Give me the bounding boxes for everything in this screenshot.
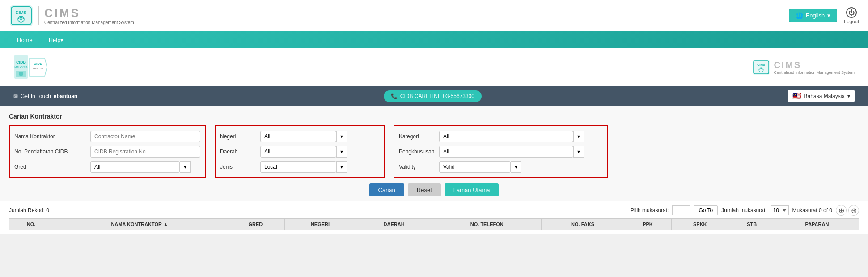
cidb-registration-input[interactable] bbox=[90, 146, 200, 158]
results-table: NO. NAMA KONTRAKTOR ▲ GRED NEGERI DAERAH… bbox=[9, 218, 859, 230]
careline-button[interactable]: 📞 CIDB CARELINE 03-55673300 bbox=[384, 90, 482, 102]
page-of-label: Mukasurat 0 of 0 bbox=[792, 207, 832, 213]
cims-subtitle: Centralized Information Management Syste… bbox=[44, 20, 134, 25]
pengkhususan-select-group: All ▾ bbox=[439, 146, 584, 158]
page-select-label: Pilih mukasurat: bbox=[631, 207, 669, 213]
validity-row: Validity Valid ▾ bbox=[399, 161, 603, 173]
per-page-select[interactable]: 10 25 50 bbox=[771, 205, 789, 215]
language-label: English bbox=[806, 12, 825, 19]
col-daerah: DAERAH bbox=[356, 219, 432, 230]
nav-help[interactable]: Help▾ bbox=[41, 33, 72, 47]
col-gred: GRED bbox=[226, 219, 285, 230]
form-group-right: Kategori All ▾ Pengkhususan All ▾ bbox=[394, 125, 608, 178]
language-selector[interactable]: 🇲🇾 Bahasa Malaysia ▾ bbox=[788, 90, 855, 102]
bahasa-label: Bahasa Malaysia bbox=[804, 93, 845, 99]
validity-label: Validity bbox=[399, 164, 435, 170]
jenis-select-group: Local ▾ bbox=[260, 161, 347, 173]
pengkhususan-dropdown-btn[interactable]: ▾ bbox=[573, 146, 584, 158]
cidb-right-logo: CIMS CIMS Centralized Information Manage… bbox=[752, 60, 855, 75]
daerah-dropdown-btn[interactable]: ▾ bbox=[336, 146, 347, 158]
nav-home-label: Home bbox=[17, 37, 33, 43]
kategori-select[interactable]: All bbox=[439, 131, 573, 142]
nav-help-label: Help▾ bbox=[49, 37, 64, 43]
negeri-row: Negeri All ▾ bbox=[220, 131, 379, 142]
daerah-row: Daerah All ▾ bbox=[220, 146, 379, 158]
nama-label: Nama Kontraktor bbox=[14, 133, 86, 140]
pengkhususan-label: Pengkhususan bbox=[399, 149, 435, 155]
careline-label: CIDB CARELINE 03-55673300 bbox=[400, 93, 474, 99]
svg-text:MALAYSIA: MALAYSIA bbox=[33, 67, 44, 70]
col-ppk: PPK bbox=[624, 219, 671, 230]
validity-select-group: Valid ▾ bbox=[439, 161, 521, 173]
svg-point-4 bbox=[20, 18, 22, 20]
touch-section: ✉ Get In Touch ebantuan bbox=[13, 93, 77, 99]
col-nama[interactable]: NAMA KONTRAKTOR ▲ bbox=[53, 219, 226, 230]
nav-home[interactable]: Home bbox=[9, 33, 41, 47]
jenis-row: Jenis Local ▾ bbox=[220, 161, 379, 173]
daerah-select-group: All ▾ bbox=[260, 146, 347, 158]
svg-rect-0 bbox=[10, 5, 33, 26]
cims-title: CIMS bbox=[44, 6, 134, 20]
negeri-select[interactable]: All bbox=[260, 131, 336, 142]
gred-row: Gred All ▾ bbox=[14, 161, 200, 173]
svg-text:MALAYSIA: MALAYSIA bbox=[14, 66, 28, 68]
records-count: Jumlah Rekod: 0 bbox=[9, 207, 49, 213]
cidb-logo: CIDB MALAYSIA CIDB MALAYSIA bbox=[13, 54, 49, 81]
top-right-controls: 🌐 English ▾ ⏻ Logout bbox=[789, 7, 859, 24]
info-bar: ✉ Get In Touch ebantuan 📞 CIDB CARELINE … bbox=[0, 86, 868, 106]
form-group-middle: Negeri All ▾ Daerah All ▾ Jenis bbox=[215, 125, 385, 178]
phone-icon: 📞 bbox=[391, 93, 398, 99]
top-header: CIMS CIMS Centralized Information Manage… bbox=[0, 0, 868, 31]
pengkhususan-select[interactable]: All bbox=[439, 146, 573, 158]
validity-select[interactable]: Valid bbox=[439, 161, 511, 173]
contractor-name-input[interactable] bbox=[90, 131, 200, 142]
jenis-select[interactable]: Local bbox=[260, 161, 336, 173]
search-title: Carian Kontraktor bbox=[9, 113, 859, 120]
gred-dropdown-btn[interactable]: ▾ bbox=[180, 161, 191, 173]
logout-button[interactable]: ⏻ Logout bbox=[844, 7, 859, 24]
next-page-button[interactable]: ⊕ bbox=[848, 205, 859, 216]
search-button[interactable]: Carian bbox=[369, 183, 404, 196]
svg-text:CIDB: CIDB bbox=[16, 60, 26, 64]
jenis-dropdown-btn[interactable]: ▾ bbox=[336, 161, 347, 173]
table-header-row: NO. NAMA KONTRAKTOR ▲ GRED NEGERI DAERAH… bbox=[9, 219, 859, 230]
svg-text:CIDB: CIDB bbox=[34, 62, 42, 66]
per-page-label: Jumlah mukasurat: bbox=[721, 207, 766, 213]
negeri-select-group: All ▾ bbox=[260, 131, 347, 142]
nav-bar: Home Help▾ bbox=[0, 31, 868, 48]
results-header: Jumlah Rekod: 0 Pilih mukasurat: Go To J… bbox=[9, 205, 859, 216]
gred-label: Gred bbox=[14, 164, 86, 170]
gred-select-group: All ▾ bbox=[90, 161, 191, 173]
jenis-label: Jenis bbox=[220, 164, 256, 170]
kategori-select-group: All ▾ bbox=[439, 131, 584, 142]
col-paparan: PAPARAN bbox=[775, 219, 859, 230]
negeri-dropdown-btn[interactable]: ▾ bbox=[336, 131, 347, 142]
cidb-emblem-icon: CIDB MALAYSIA CIDB MALAYSIA bbox=[13, 54, 49, 81]
reset-button[interactable]: Reset bbox=[408, 183, 441, 196]
page-input[interactable] bbox=[672, 205, 690, 215]
kategori-row: Kategori All ▾ bbox=[399, 131, 603, 142]
kategori-dropdown-btn[interactable]: ▾ bbox=[573, 131, 584, 142]
search-section: Carian Kontraktor Nama Kontraktor No. Pe… bbox=[0, 106, 868, 201]
lang-dropdown-icon: ▾ bbox=[827, 12, 830, 19]
pengkhususan-row: Pengkhususan All ▾ bbox=[399, 146, 603, 158]
svg-text:CIMS: CIMS bbox=[758, 63, 766, 66]
email-icon: ✉ bbox=[13, 93, 18, 99]
col-no: NO. bbox=[9, 219, 53, 230]
language-button[interactable]: 🌐 English ▾ bbox=[789, 9, 838, 22]
kategori-label: Kategori bbox=[399, 133, 435, 140]
gred-select[interactable]: All bbox=[90, 161, 180, 173]
goto-button[interactable]: Go To bbox=[694, 205, 718, 215]
col-negeri: NEGERI bbox=[285, 219, 356, 230]
daerah-label: Daerah bbox=[220, 149, 256, 155]
cims-right-title: CIMS bbox=[774, 60, 855, 70]
main-page-button[interactable]: Laman Utama bbox=[445, 183, 499, 196]
results-section: Jumlah Rekod: 0 Pilih mukasurat: Go To J… bbox=[0, 201, 868, 234]
validity-dropdown-btn[interactable]: ▾ bbox=[511, 161, 521, 173]
col-stb: STB bbox=[728, 219, 775, 230]
prev-page-button[interactable]: ⊕ bbox=[836, 205, 847, 216]
search-form: Nama Kontraktor No. Pendaftaran CIDB Gre… bbox=[9, 125, 859, 178]
daerah-select[interactable]: All bbox=[260, 146, 336, 158]
action-buttons: Carian Reset Laman Utama bbox=[9, 183, 859, 196]
cims-right-subtitle: Centralized Information Management Syste… bbox=[774, 70, 855, 75]
